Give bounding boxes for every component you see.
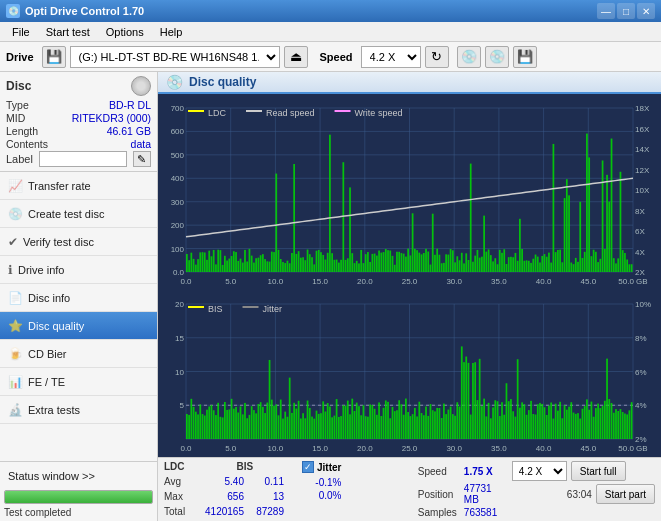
nav-verify-label: Verify test disc xyxy=(23,236,94,248)
nav-create-test-disc[interactable]: 💿 Create test disc xyxy=(0,200,157,228)
refresh-btn[interactable]: ↻ xyxy=(425,46,449,68)
position-label: Position xyxy=(418,489,460,500)
panel-header-icon: 💿 xyxy=(166,74,183,90)
minimize-button[interactable]: — xyxy=(597,3,615,19)
length-value: 46.61 GB xyxy=(107,125,151,137)
nav-extra-tests[interactable]: 🔬 Extra tests xyxy=(0,396,157,424)
ldc-chart xyxy=(158,94,661,290)
close-button[interactable]: ✕ xyxy=(637,3,655,19)
start-full-btn[interactable]: Start full xyxy=(571,461,626,481)
time-display: 63:04 xyxy=(567,489,592,500)
jitter-col: ✓ Jitter -0.1% 0.0% xyxy=(302,461,341,501)
contents-label: Contents xyxy=(6,138,48,150)
nav-extra-tests-label: Extra tests xyxy=(28,404,80,416)
menu-start-test[interactable]: Start test xyxy=(38,24,98,40)
menu-options[interactable]: Options xyxy=(98,24,152,40)
mid-value: RITEKDR3 (000) xyxy=(72,112,151,124)
nav-cd-bier[interactable]: 🍺 CD Bier xyxy=(0,340,157,368)
progress-bar xyxy=(4,490,153,504)
speed-label: Speed xyxy=(320,51,353,63)
status-window-btn[interactable]: Status window >> xyxy=(0,464,157,488)
chart-area xyxy=(158,94,661,457)
type-value: BD-R DL xyxy=(109,99,151,111)
speed-stat-val: 1.75 X xyxy=(464,466,508,477)
disc2-btn[interactable]: 💿 xyxy=(485,46,509,68)
disc-graphic xyxy=(131,76,151,96)
disc-quality-icon: ⭐ xyxy=(8,319,23,333)
nav-disc-info-label: Disc info xyxy=(28,292,70,304)
nav-disc-quality-label: Disc quality xyxy=(28,320,84,332)
mid-label: MID xyxy=(6,112,25,124)
stats-left: LDC BIS Avg 5.40 0.11 Max 656 13 Total 4… xyxy=(164,461,284,517)
max-jitter: 0.0% xyxy=(302,490,341,501)
drive-info-icon: ℹ xyxy=(8,263,13,277)
menu-bar: File Start test Options Help xyxy=(0,22,661,42)
nav-list: 📈 Transfer rate 💿 Create test disc ✔ Ver… xyxy=(0,172,157,461)
eject-btn[interactable]: ⏏ xyxy=(284,46,308,68)
app-title: Opti Drive Control 1.70 xyxy=(25,5,597,17)
menu-file[interactable]: File xyxy=(4,24,38,40)
ldc-header: LDC xyxy=(164,461,185,472)
stats-bar: LDC BIS Avg 5.40 0.11 Max 656 13 Total 4… xyxy=(158,457,661,521)
jitter-header: Jitter xyxy=(317,462,341,473)
nav-cd-bier-label: CD Bier xyxy=(28,348,67,360)
label-input[interactable] xyxy=(39,151,127,167)
panel-title: Disc quality xyxy=(189,75,256,89)
nav-transfer-rate-label: Transfer rate xyxy=(28,180,91,192)
bis-header: BIS xyxy=(237,461,254,472)
speed-select2[interactable]: 4.2 X xyxy=(512,461,567,481)
avg-ldc: 5.40 xyxy=(196,476,244,487)
toolbar: Drive 💾 (G:) HL-DT-ST BD-RE WH16NS48 1.D… xyxy=(0,42,661,72)
title-bar: 💿 Opti Drive Control 1.70 — □ ✕ xyxy=(0,0,661,22)
disc-info-icon: 📄 xyxy=(8,291,23,305)
total-label: Total xyxy=(164,506,192,517)
status-section: Status window >> Test completed xyxy=(0,461,157,521)
speed-position-col: Speed 1.75 X 4.2 X Start full Position 4… xyxy=(418,461,655,518)
length-label: Length xyxy=(6,125,38,137)
avg-label: Avg xyxy=(164,476,192,487)
avg-bis: 0.11 xyxy=(248,476,284,487)
progress-bar-fill xyxy=(5,491,152,503)
disc-panel: Disc Type BD-R DL MID RITEKDR3 (000) Len… xyxy=(0,72,157,172)
fe-te-icon: 📊 xyxy=(8,375,23,389)
label-key: Label xyxy=(6,153,33,165)
nav-verify-test-disc[interactable]: ✔ Verify test disc xyxy=(0,228,157,256)
nav-drive-info[interactable]: ℹ Drive info xyxy=(0,256,157,284)
save-btn[interactable]: 💾 xyxy=(513,46,537,68)
nav-disc-info[interactable]: 📄 Disc info xyxy=(0,284,157,312)
nav-create-disc-label: Create test disc xyxy=(28,208,104,220)
drive-select[interactable]: (G:) HL-DT-ST BD-RE WH16NS48 1.D3 xyxy=(70,46,280,68)
nav-fe-te-label: FE / TE xyxy=(28,376,65,388)
position-val: 47731 MB xyxy=(464,483,508,505)
nav-transfer-rate[interactable]: 📈 Transfer rate xyxy=(0,172,157,200)
avg-jitter: -0.1% xyxy=(302,477,341,488)
max-ldc: 656 xyxy=(196,491,244,502)
start-part-btn[interactable]: Start part xyxy=(596,484,655,504)
label-edit-btn[interactable]: ✎ xyxy=(133,151,151,167)
total-bis: 87289 xyxy=(248,506,284,517)
samples-val: 763581 xyxy=(464,507,508,518)
contents-value: data xyxy=(131,138,151,150)
speed-select[interactable]: 4.2 X xyxy=(361,46,421,68)
transfer-rate-icon: 📈 xyxy=(8,179,23,193)
verify-icon: ✔ xyxy=(8,235,18,249)
samples-label: Samples xyxy=(418,507,460,518)
nav-drive-info-label: Drive info xyxy=(18,264,64,276)
nav-disc-quality[interactable]: ⭐ Disc quality xyxy=(0,312,157,340)
total-ldc: 4120165 xyxy=(196,506,244,517)
drive-icon-btn[interactable]: 💾 xyxy=(42,46,66,68)
jitter-checkbox[interactable]: ✓ xyxy=(302,461,314,473)
type-label: Type xyxy=(6,99,29,111)
disc-title: Disc xyxy=(6,79,31,93)
maximize-button[interactable]: □ xyxy=(617,3,635,19)
main-content: Disc Type BD-R DL MID RITEKDR3 (000) Len… xyxy=(0,72,661,521)
create-disc-icon: 💿 xyxy=(8,207,23,221)
extra-tests-icon: 🔬 xyxy=(8,403,23,417)
bis-jitter-chart xyxy=(158,290,661,457)
drive-label: Drive xyxy=(6,51,34,63)
status-window-label: Status window >> xyxy=(8,470,95,482)
menu-help[interactable]: Help xyxy=(152,24,191,40)
cd-btn[interactable]: 💿 xyxy=(457,46,481,68)
speed-stat-label: Speed xyxy=(418,466,460,477)
nav-fe-te[interactable]: 📊 FE / TE xyxy=(0,368,157,396)
